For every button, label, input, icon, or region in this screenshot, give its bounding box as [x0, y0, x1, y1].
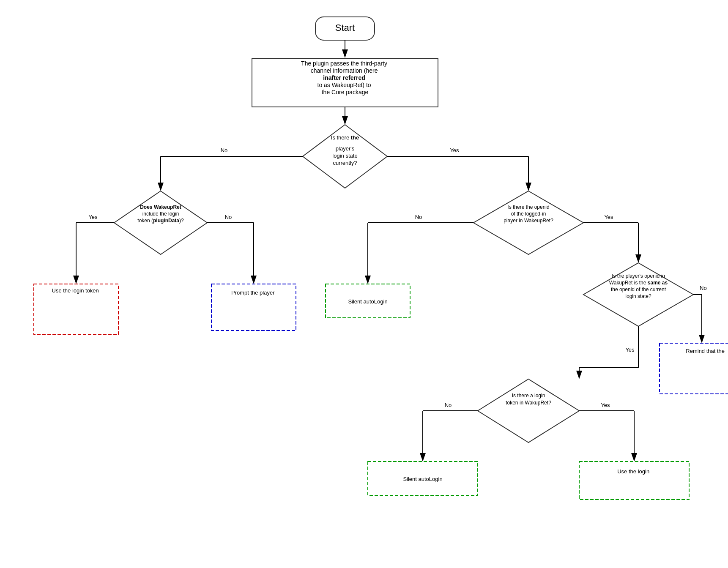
openid-label1: Is there the openid	[507, 204, 549, 210]
yes-label-3: Yes	[604, 214, 613, 220]
no-label-1: No	[221, 147, 228, 153]
login-state-label2: player's	[336, 145, 355, 152]
same-openid-label3: the openid of the current	[611, 287, 666, 292]
same-openid-label2: WakupRet is the same as	[609, 280, 668, 286]
yes-label-2: Yes	[88, 214, 98, 220]
login-state-label3: login state	[332, 153, 357, 159]
yes-label-5: Yes	[601, 402, 610, 408]
yes-label-4: Yes	[625, 347, 635, 353]
prompt-player-label: Prompt the player to log into the game	[231, 289, 276, 568]
same-openid-label1: Is the player's openid in	[612, 273, 665, 279]
silent-autologin-2-label: Silent autoLogin	[403, 476, 442, 482]
wakeup-token-label2: include the login	[142, 211, 179, 217]
login-token-wakeup-diamond	[478, 379, 579, 442]
start-label: Start	[335, 22, 355, 33]
no-label-2: No	[225, 214, 232, 220]
login-token-wakeup-label1: Is there a login	[512, 393, 545, 399]
no-label-4: No	[700, 285, 707, 291]
openid-label2: of the logged-in	[511, 211, 546, 217]
login-state-label4: currently?	[333, 160, 357, 166]
openid-label3: player in WakeupRet?	[504, 218, 553, 224]
login-state-label: Is there the	[331, 134, 359, 141]
yes-label-1: Yes	[450, 147, 459, 153]
login-token-wakeup-label2: token in WakupRet?	[506, 400, 551, 406]
silent-autologin-1-label: Silent autoLogin	[348, 298, 387, 305]
use-token-silent-node	[579, 462, 689, 500]
no-label-5: No	[445, 402, 452, 408]
wakeup-token-label3: token (pluginData)?	[137, 218, 184, 224]
no-label-3: No	[415, 214, 422, 220]
same-openid-label4: login state?	[625, 293, 651, 299]
wakeup-token-label1: Does WakeupRet	[140, 204, 181, 210]
